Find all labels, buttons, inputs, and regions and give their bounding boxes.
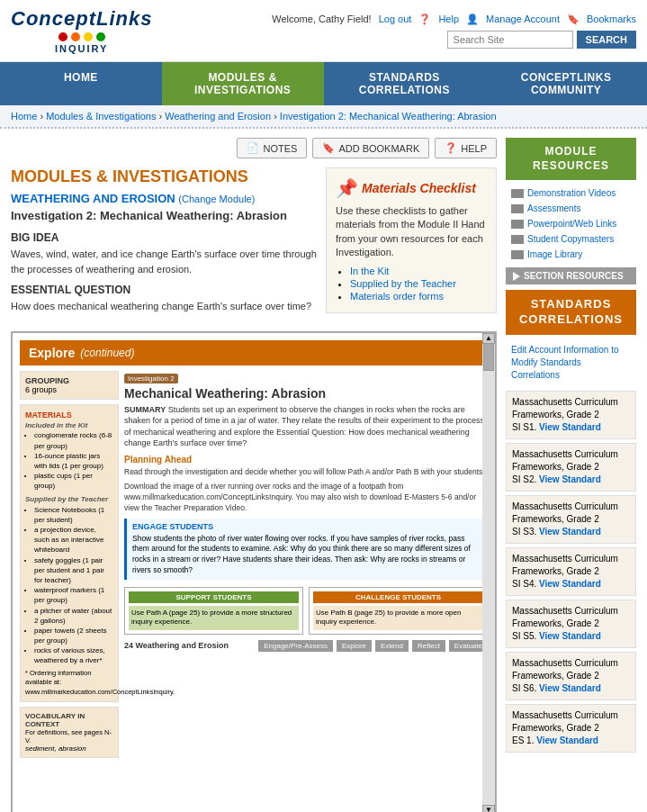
standard-4-code: SI S4.	[512, 579, 536, 589]
standard-2-link[interactable]: View Standard	[539, 474, 601, 484]
search-button[interactable]: SEARCH	[577, 31, 636, 49]
bookmarks-link[interactable]: Bookmarks	[587, 14, 636, 25]
standard-1-title: Massachusetts Curriculum Frameworks, Gra…	[512, 396, 630, 421]
explore-label: Explore	[29, 346, 75, 360]
standard-5-code: SI S5.	[512, 631, 536, 641]
standard-6: Massachusetts Curriculum Frameworks, Gra…	[506, 652, 636, 700]
standard-1-link[interactable]: View Standard	[539, 422, 601, 432]
planning-ahead-text: Read through the investigation and decid…	[124, 467, 488, 478]
standards-label: STANDARDS CORRELATIONS	[519, 297, 623, 326]
dot-red	[58, 32, 67, 41]
kit-label: Included in the Kit	[25, 420, 113, 430]
breadcrumb-investigation[interactable]: Investigation 2: Mechanical Weathering: …	[280, 111, 497, 122]
help-link[interactable]: Help	[438, 14, 459, 25]
person-icon: 👤	[466, 14, 479, 25]
breadcrumb-sep3: ›	[274, 111, 280, 122]
notes-button[interactable]: 📄 NOTES	[237, 138, 307, 158]
breadcrumb-home[interactable]: Home	[11, 111, 37, 122]
planning-detail-text: Download the image of a river running ov…	[124, 482, 488, 514]
standard-2: Massachusetts Curriculum Frameworks, Gra…	[506, 443, 636, 492]
nav-modules[interactable]: MODULES & INVESTIGATIONS	[162, 62, 324, 105]
page-left-col: GROUPING 6 groups MATERIALS Included in …	[20, 371, 119, 759]
dot-orange	[71, 32, 80, 41]
materials-desc: Use these checklists to gather materials…	[336, 204, 487, 260]
materials-checklist-panel: 📌 Materials Checklist Use these checklis…	[326, 167, 497, 313]
standard-3-title: Massachusetts Curriculum Frameworks, Gra…	[512, 501, 630, 526]
materials-list: In the Kit Supplied by the Teacher Mater…	[336, 266, 487, 302]
support-challenge: SUPPORT STUDENTS Use Path A (page 25) to…	[124, 587, 488, 635]
resource-powerpoint[interactable]: Powerpoint/Web Links	[506, 216, 636, 231]
vocab-box: VOCABULARY IN CONTEXT For definitions, s…	[20, 707, 119, 758]
resource-copymasters[interactable]: Student Copymasters	[506, 231, 636, 247]
materials-teacher-link[interactable]: Supplied by the Teacher	[350, 278, 456, 289]
investigation-num: Investigation 2	[124, 374, 178, 383]
change-module-link[interactable]: (Change Module)	[178, 194, 255, 204]
optional-text: * Ordering information available at: www…	[25, 669, 113, 698]
standard-6-title: Massachusetts Curriculum Frameworks, Gra…	[512, 657, 630, 682]
reflect-nav-btn[interactable]: Reflect	[412, 640, 445, 652]
help-button[interactable]: ❓ HELP	[435, 138, 497, 158]
main-nav: HOME MODULES & INVESTIGATIONS STANDARDS …	[0, 62, 647, 105]
vocab-words: sediment, abrasion	[25, 744, 113, 753]
page-number: 24 Weathering and Erosion	[124, 641, 229, 650]
materials-in-kit-link[interactable]: In the Kit	[350, 266, 389, 276]
engage-nav-btn[interactable]: Engage/Pre-Assess	[258, 640, 333, 652]
standard-3: Massachusetts Curriculum Frameworks, Gra…	[506, 495, 636, 544]
grouping-value: 6 groups	[25, 385, 113, 394]
investigation-main-title: Mechanical Weathering: Abrasion	[124, 386, 488, 401]
logo-text: ConceptLinks	[11, 7, 152, 31]
welcome-text: Welcome, Cathy Field!	[272, 14, 371, 25]
standard-6-link[interactable]: View Standard	[539, 683, 601, 693]
resource-image-label: Image Library	[527, 249, 582, 259]
standard-6-code: SI S6.	[512, 683, 536, 693]
logout-link[interactable]: Log out	[379, 14, 412, 25]
kit-item-1: conglomerate rocks (6-8 per group)	[34, 430, 113, 450]
dot-green	[96, 32, 105, 41]
standard-7-code: ES 1.	[512, 735, 534, 745]
logo-area: ConceptLinks INQUIRY	[11, 7, 152, 54]
standard-2-code: SI S2.	[512, 474, 536, 484]
resource-assessments[interactable]: Assessments	[506, 201, 636, 216]
module-name: WEATHERING AND EROSION	[11, 192, 175, 205]
summary-body: Students set up an experiment to observe…	[124, 405, 484, 448]
breadcrumb-modules[interactable]: Modules & Investigations	[46, 111, 156, 122]
sidebar-right: MODULE RESOURCES Demonstration Videos As…	[506, 138, 636, 812]
add-bookmark-icon: 🔖	[322, 142, 335, 154]
main-content: 📄 NOTES 🔖 ADD BOOKMARK ❓ HELP 📌 Material…	[0, 129, 647, 812]
planning-ahead-header: Planning Ahead	[124, 455, 488, 465]
header-links: Welcome, Cathy Field! Log out ❓ Help 👤 M…	[272, 14, 636, 25]
bottom-nav: Engage/Pre-Assess Explore Extend Reflect…	[258, 640, 488, 652]
scroll-down-button[interactable]: ▼	[482, 805, 495, 812]
standard-3-link[interactable]: View Standard	[539, 527, 601, 537]
scroll-up-button[interactable]: ▲	[482, 333, 495, 344]
standard-5-link[interactable]: View Standard	[539, 631, 601, 641]
nav-standards[interactable]: STANDARDS CORRELATIONS	[324, 62, 486, 105]
materials-box: MATERIALS Included in the Kit conglomera…	[20, 404, 119, 703]
breadcrumb-weathering[interactable]: Weathering and Erosion	[165, 111, 271, 122]
add-bookmark-button[interactable]: 🔖 ADD BOOKMARK	[312, 138, 429, 158]
standards-edit-link[interactable]: Edit Account Information to Modify Stand…	[511, 345, 619, 380]
page-right-col: Investigation 2 Mechanical Weathering: A…	[124, 371, 488, 759]
materials-title-text: Materials Checklist	[362, 181, 476, 195]
nav-home[interactable]: HOME	[0, 62, 162, 105]
section-resources-button[interactable]: SECTION RESOURCES	[506, 267, 636, 284]
assessment-icon	[511, 204, 524, 213]
resource-demo-videos[interactable]: Demonstration Videos	[506, 185, 636, 201]
standard-4-link[interactable]: View Standard	[539, 579, 601, 589]
teacher-item-1: Science Notebooks (1 per student)	[34, 505, 113, 525]
teacher-item-6: paper towels (2 sheets per group)	[34, 626, 113, 645]
search-input[interactable]	[447, 31, 573, 49]
page-num-bar: 24 Weathering and Erosion Engage/Pre-Ass…	[124, 640, 488, 652]
standard-5-title: Massachusetts Curriculum Frameworks, Gra…	[512, 605, 630, 630]
materials-title: 📌 Materials Checklist	[336, 177, 487, 199]
nav-community[interactable]: CONCEPTLINKS COMMUNITY	[485, 62, 647, 105]
extend-nav-btn[interactable]: Extend	[375, 640, 409, 652]
resource-image-library[interactable]: Image Library	[506, 247, 636, 262]
materials-order-link[interactable]: Materials order forms	[350, 291, 444, 302]
header: ConceptLinks INQUIRY Welcome, Cathy Fiel…	[0, 0, 647, 62]
powerpoint-icon	[511, 220, 524, 229]
standard-7-link[interactable]: View Standard	[536, 735, 598, 745]
image-icon	[511, 250, 524, 259]
manage-account-link[interactable]: Manage Account	[486, 14, 560, 25]
explore-nav-btn[interactable]: Explore	[337, 640, 372, 652]
